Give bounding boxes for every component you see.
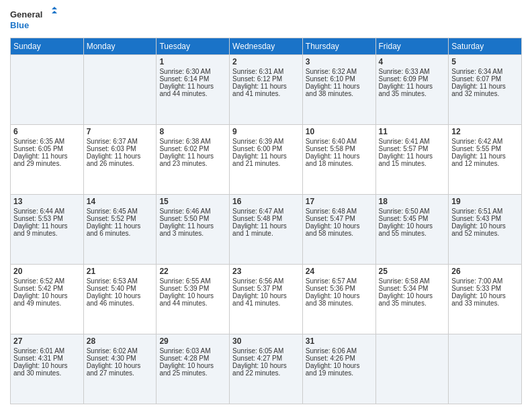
sunrise-text: Sunrise: 6:44 AM [13,208,81,215]
day-number: 3 [306,57,373,66]
daylight-text: Daylight: 11 hours and 26 minutes. [87,152,154,167]
day-number: 25 [379,267,446,276]
day-number: 19 [451,197,519,206]
day-number: 28 [87,336,154,346]
calendar-cell: 15Sunrise: 6:46 AMSunset: 5:50 PMDayligh… [157,195,230,265]
sunset-text: Sunset: 5:37 PM [232,285,300,292]
calendar-cell: 24Sunrise: 6:57 AMSunset: 5:36 PMDayligh… [302,265,375,334]
calendar-cell: 6Sunrise: 6:35 AMSunset: 6:05 PMDaylight… [11,125,84,195]
day-number: 11 [379,127,446,136]
calendar-cell: 31Sunrise: 6:06 AMSunset: 4:26 PMDayligh… [302,334,375,404]
calendar-cell: 3Sunrise: 6:32 AMSunset: 6:10 PMDaylight… [302,55,375,125]
sunset-text: Sunset: 5:33 PM [451,285,519,292]
day-number: 22 [159,267,226,276]
calendar-cell [375,334,449,404]
svg-text:Blue: Blue [10,20,29,30]
calendar-cell [83,55,157,125]
daylight-text: Daylight: 11 hours and 1 minute. [232,222,300,237]
daylight-text: Daylight: 11 hours and 38 minutes. [306,83,373,97]
sunset-text: Sunset: 4:30 PM [87,355,154,362]
day-number: 30 [232,336,300,346]
sunrise-text: Sunrise: 6:47 AM [232,208,300,215]
calendar-week-row: 6Sunrise: 6:35 AMSunset: 6:05 PMDaylight… [11,125,522,195]
calendar-cell: 19Sunrise: 6:51 AMSunset: 5:43 PMDayligh… [449,195,522,265]
sunset-text: Sunset: 5:42 PM [13,285,81,292]
calendar-cell: 21Sunrise: 6:53 AMSunset: 5:40 PMDayligh… [83,265,157,334]
sunrise-text: Sunrise: 6:57 AM [306,277,373,285]
daylight-text: Daylight: 10 hours and 55 minutes. [379,222,446,237]
daylight-text: Daylight: 10 hours and 33 minutes. [451,292,519,307]
sunset-text: Sunset: 4:27 PM [232,355,300,362]
sunset-text: Sunset: 6:09 PM [379,75,446,83]
calendar-week-row: 13Sunrise: 6:44 AMSunset: 5:53 PMDayligh… [11,195,522,265]
sunrise-text: Sunrise: 6:05 AM [232,347,300,355]
daylight-text: Daylight: 10 hours and 35 minutes. [379,292,446,307]
sunrise-text: Sunrise: 6:02 AM [87,347,154,355]
daylight-text: Daylight: 11 hours and 9 minutes. [13,222,81,237]
daylight-text: Daylight: 11 hours and 21 minutes. [232,152,300,167]
sunset-text: Sunset: 4:31 PM [13,355,81,362]
daylight-text: Daylight: 10 hours and 30 minutes. [13,362,81,377]
sunset-text: Sunset: 5:45 PM [379,215,446,222]
sunrise-text: Sunrise: 6:06 AM [306,347,373,355]
daylight-text: Daylight: 10 hours and 25 minutes. [159,362,226,377]
svg-marker-2 [52,7,57,9]
sunrise-text: Sunrise: 7:00 AM [451,277,519,285]
sunset-text: Sunset: 5:36 PM [306,285,373,292]
sunset-text: Sunset: 6:02 PM [159,145,226,152]
sunset-text: Sunset: 6:14 PM [159,75,226,83]
calendar-cell: 2Sunrise: 6:31 AMSunset: 6:12 PMDaylight… [230,55,303,125]
daylight-text: Daylight: 10 hours and 38 minutes. [306,292,373,307]
sunset-text: Sunset: 6:03 PM [87,145,154,152]
sunset-text: Sunset: 5:50 PM [159,215,226,222]
sunrise-text: Sunrise: 6:38 AM [159,138,226,145]
calendar-cell: 29Sunrise: 6:03 AMSunset: 4:28 PMDayligh… [157,334,230,404]
day-number: 21 [87,267,154,276]
daylight-text: Daylight: 11 hours and 32 minutes. [451,83,519,97]
sunrise-text: Sunrise: 6:50 AM [379,208,446,215]
calendar-cell: 7Sunrise: 6:37 AMSunset: 6:03 PMDaylight… [83,125,157,195]
weekday-header: Saturday [449,38,522,55]
calendar-cell: 13Sunrise: 6:44 AMSunset: 5:53 PMDayligh… [11,195,84,265]
daylight-text: Daylight: 10 hours and 27 minutes. [87,362,154,377]
daylight-text: Daylight: 11 hours and 44 minutes. [159,83,226,97]
day-number: 4 [379,57,446,66]
daylight-text: Daylight: 11 hours and 6 minutes. [87,222,154,237]
day-number: 14 [87,197,154,206]
calendar-cell: 25Sunrise: 6:58 AMSunset: 5:34 PMDayligh… [375,265,449,334]
calendar-week-row: 20Sunrise: 6:52 AMSunset: 5:42 PMDayligh… [11,265,522,334]
sunrise-text: Sunrise: 6:03 AM [159,347,226,355]
calendar-cell: 5Sunrise: 6:34 AMSunset: 6:07 PMDaylight… [449,55,522,125]
sunrise-text: Sunrise: 6:58 AM [379,277,446,285]
sunset-text: Sunset: 4:26 PM [306,355,373,362]
sunrise-text: Sunrise: 6:51 AM [451,208,519,215]
day-number: 31 [306,336,373,346]
day-number: 10 [306,127,373,136]
calendar-table: SundayMondayTuesdayWednesdayThursdayFrid… [10,38,522,404]
sunset-text: Sunset: 6:05 PM [13,145,81,152]
calendar-cell: 14Sunrise: 6:45 AMSunset: 5:52 PMDayligh… [83,195,157,265]
header: General Blue [10,7,522,32]
sunrise-text: Sunrise: 6:35 AM [13,138,81,145]
calendar-week-row: 1Sunrise: 6:30 AMSunset: 6:14 PMDaylight… [11,55,522,125]
calendar-cell: 10Sunrise: 6:40 AMSunset: 5:58 PMDayligh… [302,125,375,195]
day-number: 29 [159,336,226,346]
sunrise-text: Sunrise: 6:39 AM [232,138,300,145]
sunrise-text: Sunrise: 6:37 AM [87,138,154,145]
svg-text:General: General [10,9,42,19]
daylight-text: Daylight: 10 hours and 44 minutes. [159,292,226,307]
sunrise-text: Sunrise: 6:48 AM [306,208,373,215]
sunset-text: Sunset: 5:39 PM [159,285,226,292]
daylight-text: Daylight: 10 hours and 41 minutes. [232,292,300,307]
sunrise-text: Sunrise: 6:01 AM [13,347,81,355]
calendar-cell: 4Sunrise: 6:33 AMSunset: 6:09 PMDaylight… [375,55,449,125]
day-number: 15 [159,197,226,206]
sunrise-text: Sunrise: 6:56 AM [232,277,300,285]
sunset-text: Sunset: 5:47 PM [306,215,373,222]
calendar-cell: 9Sunrise: 6:39 AMSunset: 6:00 PMDaylight… [230,125,303,195]
sunrise-text: Sunrise: 6:46 AM [159,208,226,215]
daylight-text: Daylight: 10 hours and 22 minutes. [232,362,300,377]
sunset-text: Sunset: 5:57 PM [379,145,446,152]
sunrise-text: Sunrise: 6:40 AM [306,138,373,145]
sunset-text: Sunset: 5:43 PM [451,215,519,222]
